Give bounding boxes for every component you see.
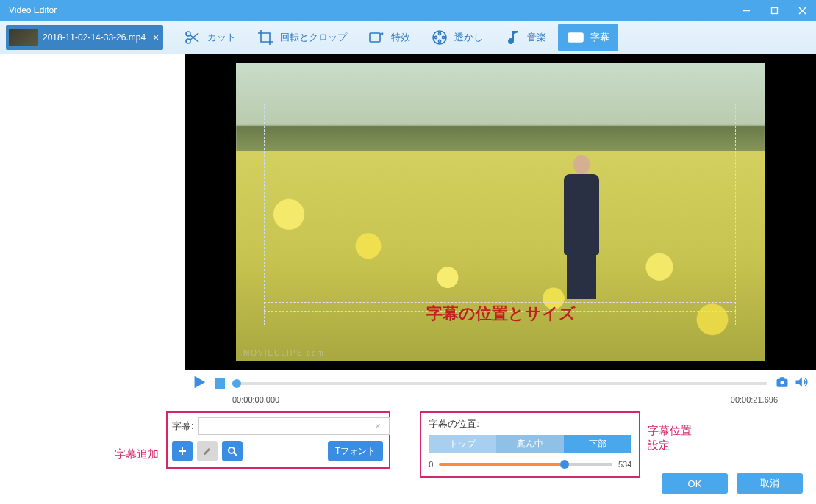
- svg-point-4: [186, 32, 190, 36]
- svg-point-11: [443, 36, 445, 38]
- slider-min: 0: [429, 460, 433, 469]
- position-top[interactable]: トップ: [429, 435, 496, 453]
- file-tab[interactable]: 2018-11-02-14-33-26.mp4 ×: [6, 25, 163, 50]
- music-note-icon: [504, 29, 521, 46]
- svg-point-12: [439, 40, 441, 42]
- seek-knob[interactable]: [232, 379, 241, 388]
- toolbar: 2018-11-02-14-33-26.mp4 × カット 回転とクロップ 特效…: [0, 21, 816, 54]
- stop-button[interactable]: [215, 378, 225, 389]
- video-frame: 字幕の位置とサイズ MOVIECLIPS.com: [236, 63, 765, 361]
- tool-watermark[interactable]: 透かし: [422, 24, 492, 51]
- subtitle-input-label: 字幕:: [172, 420, 194, 433]
- subtitle-position-annotation: 字幕位置 設定: [648, 423, 692, 452]
- seek-slider[interactable]: [232, 382, 767, 385]
- source-watermark: MOVIECLIPS.com: [243, 349, 325, 357]
- safe-area-guide: [264, 104, 736, 312]
- svg-rect-1: [771, 7, 777, 13]
- video-preview[interactable]: 字幕の位置とサイズ MOVIECLIPS.com: [185, 54, 816, 370]
- play-button[interactable]: [191, 374, 207, 393]
- svg-point-18: [781, 381, 784, 384]
- position-slider[interactable]: [439, 463, 612, 466]
- tool-label: 透かし: [454, 31, 483, 44]
- subtitle-add-annotation: 字幕追加: [115, 447, 159, 461]
- subtitle-input[interactable]: [198, 417, 390, 435]
- title-bar: Video Editor: [0, 0, 816, 21]
- position-segment: トップ 真ん中 下部: [429, 435, 631, 453]
- font-button[interactable]: Tフォント: [328, 441, 383, 461]
- edit-subtitle-button[interactable]: [197, 441, 218, 461]
- tool-subtitle[interactable]: SUB 字幕: [558, 24, 618, 51]
- file-tab-close-icon[interactable]: ×: [153, 32, 159, 43]
- slider-value: 534: [618, 460, 631, 469]
- file-thumbnail: [9, 29, 38, 46]
- svg-rect-8: [370, 33, 380, 42]
- position-slider-knob[interactable]: [560, 460, 569, 469]
- add-subtitle-button[interactable]: [172, 441, 193, 461]
- clear-input-icon[interactable]: ×: [375, 420, 381, 432]
- svg-line-24: [234, 453, 237, 456]
- maximize-button[interactable]: [760, 0, 788, 21]
- svg-point-13: [435, 36, 437, 38]
- search-subtitle-button[interactable]: [222, 441, 243, 461]
- tool-music[interactable]: 音楽: [495, 24, 555, 51]
- svg-marker-20: [796, 377, 802, 386]
- sparkle-icon: [368, 29, 385, 46]
- scissors-icon: [184, 29, 201, 46]
- tool-cut[interactable]: カット: [175, 24, 245, 51]
- position-middle[interactable]: 真ん中: [496, 435, 564, 453]
- crop-icon: [257, 29, 274, 46]
- minimize-button[interactable]: [732, 0, 760, 21]
- file-list-sidebar: [0, 54, 185, 370]
- subtitle-position-title: 字幕の位置:: [429, 417, 631, 431]
- window-title: Video Editor: [9, 5, 57, 15]
- tool-rotate-crop[interactable]: 回転とクロップ: [248, 24, 356, 51]
- subtitle-position-group: 字幕位置 設定 字幕の位置: トップ 真ん中 下部 0 534: [420, 411, 640, 478]
- svg-point-10: [439, 32, 441, 35]
- svg-marker-16: [195, 376, 206, 389]
- svg-point-5: [186, 39, 190, 43]
- subtitle-add-group: 字幕追加 字幕: × Tフォント: [166, 411, 390, 469]
- ok-button[interactable]: OK: [662, 473, 728, 494]
- tool-label: 特效: [391, 31, 410, 44]
- tool-label: 音楽: [527, 31, 546, 44]
- svg-rect-19: [780, 377, 785, 379]
- snapshot-button[interactable]: [775, 375, 790, 392]
- svg-point-23: [229, 447, 235, 453]
- file-name: 2018-11-02-14-33-26.mp4: [43, 32, 146, 43]
- svg-text:SUB: SUB: [570, 35, 581, 40]
- volume-button[interactable]: [794, 375, 809, 392]
- close-button[interactable]: [788, 0, 816, 21]
- position-bottom[interactable]: 下部: [564, 435, 631, 453]
- tool-label: 回転とクロップ: [280, 31, 347, 44]
- tool-effects[interactable]: 特效: [359, 24, 419, 51]
- tool-label: カット: [207, 31, 236, 44]
- current-time: 00:00:00.000: [232, 395, 279, 407]
- cancel-button[interactable]: 取消: [737, 473, 803, 494]
- tool-label: 字幕: [590, 31, 609, 44]
- subtitle-icon: SUB: [567, 29, 584, 46]
- reel-icon: [431, 29, 448, 46]
- duration: 00:00:21.696: [731, 395, 778, 407]
- subtitle-overlay-text: 字幕の位置とサイズ: [236, 303, 765, 325]
